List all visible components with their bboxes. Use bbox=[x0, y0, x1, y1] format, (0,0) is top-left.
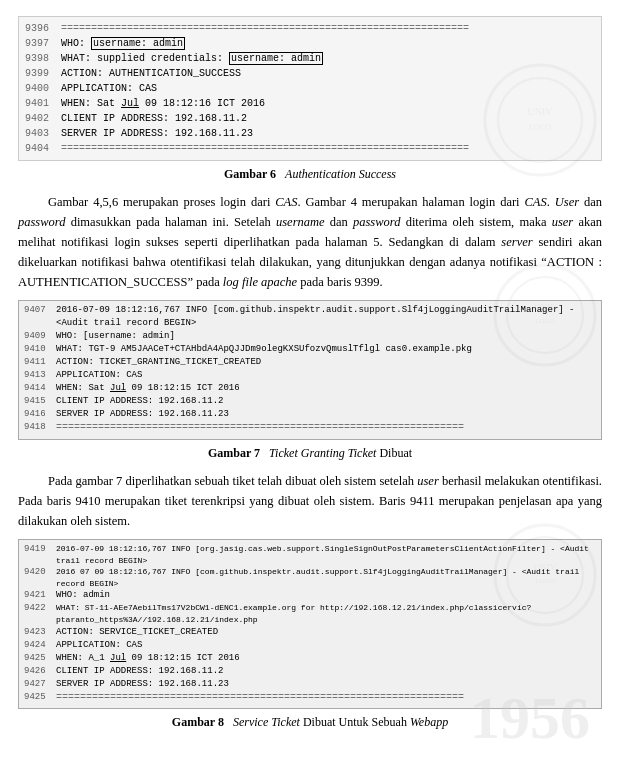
figure6-caption: Gambar 6 Authentication Success bbox=[18, 167, 602, 182]
page-container: 9396====================================… bbox=[0, 0, 620, 758]
figure7-title: Ticket Granting Ticket bbox=[269, 446, 376, 460]
figure7-caption: Gambar 7 Ticket Granting Ticket Dibuat bbox=[18, 446, 602, 461]
figure6-title: Authentication Success bbox=[285, 167, 396, 181]
figure8-title: Service Ticket bbox=[233, 715, 300, 729]
who-value: username: admin bbox=[91, 37, 185, 50]
figure6-label: Gambar 6 bbox=[224, 167, 276, 181]
figure8-code: 94192016-07-09 18:12:16,767 INFO [org.ja… bbox=[18, 539, 602, 709]
figure7-label: Gambar 7 bbox=[208, 446, 260, 460]
figure8-suffix: Dibuat Untuk Sebuah Webapp bbox=[303, 715, 448, 729]
paragraph-2: Pada gambar 7 diperlihatkan sebuah tiket… bbox=[18, 471, 602, 531]
figure8-caption: Gambar 8 Service Ticket Dibuat Untuk Seb… bbox=[18, 715, 602, 730]
paragraph-1: Gambar 4,5,6 merupakan proses login dari… bbox=[18, 192, 602, 292]
what-value: username: admin bbox=[229, 52, 323, 65]
figure7-suffix: Dibuat bbox=[379, 446, 412, 460]
figure8-label: Gambar 8 bbox=[172, 715, 224, 729]
figure7-code: 94072016-07-09 18:12:16,767 INFO [com.gi… bbox=[18, 300, 602, 440]
figure6-code: 9396====================================… bbox=[18, 16, 602, 161]
